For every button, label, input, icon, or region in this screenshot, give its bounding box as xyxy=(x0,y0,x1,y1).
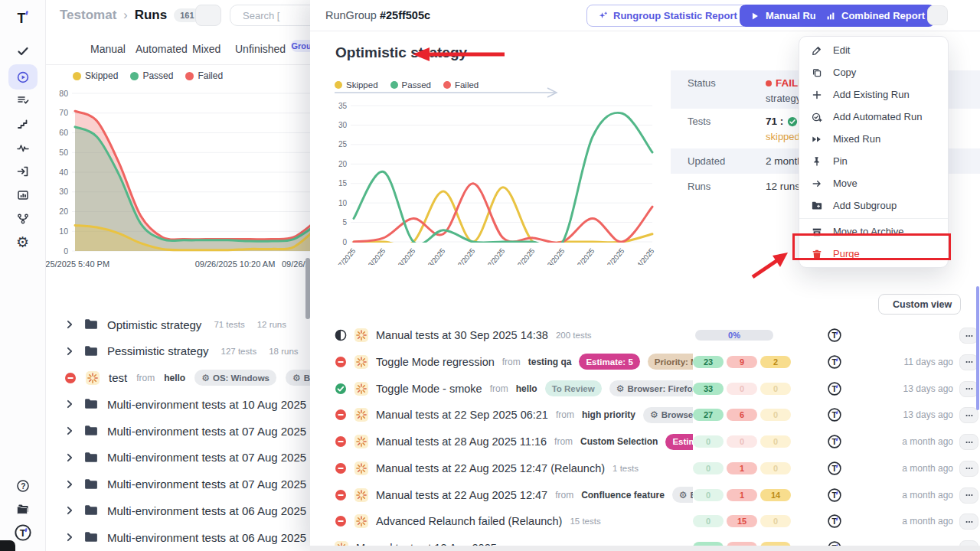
dots-icon xyxy=(965,491,974,500)
menu-item-mixed-run[interactable]: Mixed Run xyxy=(799,128,948,150)
check-circle-icon xyxy=(787,116,798,127)
run-row[interactable]: Manual tests at 30 Sep 2025 14:38200 tes… xyxy=(310,324,980,346)
run-group-row[interactable]: testfromhello⚙OS: Windows⚙Browser: Chrom… xyxy=(0,367,329,390)
run-more-button[interactable] xyxy=(959,407,978,423)
run-more-button[interactable] xyxy=(959,461,978,477)
svg-text:25: 25 xyxy=(338,140,348,148)
panel-more-button[interactable] xyxy=(927,5,948,25)
count-pill: 27 xyxy=(693,409,724,421)
menu-item-add-subgroup[interactable]: Add Subgroup xyxy=(799,194,948,217)
minus-circle-icon xyxy=(64,372,77,384)
chevron-right-icon[interactable] xyxy=(64,532,75,543)
run-row[interactable]: Manual tests at 22 Aug 2025 12:47fromCon… xyxy=(310,484,980,506)
sidebar-item-import[interactable] xyxy=(8,160,38,183)
menu-item-edit[interactable]: Edit xyxy=(799,39,948,61)
sidebar-item-list-check[interactable] xyxy=(8,89,38,112)
folder-plus-icon xyxy=(812,201,822,211)
tab-manual[interactable]: Manual xyxy=(90,43,126,55)
chevron-right-icon[interactable] xyxy=(64,505,75,516)
spinner-icon xyxy=(354,382,368,396)
svg-text:08/07/2025: 08/07/2025 xyxy=(328,246,358,265)
chevron-right-icon[interactable] xyxy=(64,399,75,409)
menu-item-label: Add Existing Run xyxy=(833,89,910,100)
menu-item-pin[interactable]: Pin xyxy=(799,150,948,172)
import-icon xyxy=(17,165,29,178)
chevron-right-icon[interactable] xyxy=(64,479,75,490)
run-more-button[interactable] xyxy=(959,434,978,450)
legend-dot xyxy=(130,72,139,80)
horizontal-scrollbar[interactable] xyxy=(310,546,980,551)
run-row[interactable]: Advanced Relaunch failed (Relaunch)15 te… xyxy=(310,510,980,532)
gear-icon: ⚙ xyxy=(650,410,658,419)
menu-item-copy[interactable]: Copy xyxy=(799,61,948,83)
panel-scrollbar[interactable] xyxy=(976,286,979,410)
svg-text:35: 35 xyxy=(338,102,348,110)
menu-item-label: Add Automated Run xyxy=(833,111,922,122)
run-group-row[interactable]: Optimistic strategy71 tests12 runs xyxy=(0,313,329,336)
tab-mixed[interactable]: Mixed xyxy=(192,43,220,55)
svg-text:10: 10 xyxy=(338,199,348,207)
sidebar-item-folders[interactable] xyxy=(8,498,38,521)
sidebar-item-pulse[interactable] xyxy=(8,136,38,159)
svg-text:20: 20 xyxy=(59,207,68,216)
left-rail: T⚙?T xyxy=(0,0,46,551)
run-time: 13 days ago xyxy=(858,409,953,420)
chevron-right-icon[interactable] xyxy=(64,346,75,357)
tab-automated[interactable]: Automated xyxy=(136,43,188,55)
menu-item-add-existing-run[interactable]: Add Existing Run xyxy=(799,83,948,106)
chevron-right-icon[interactable] xyxy=(64,425,75,436)
menu-item-move[interactable]: Move xyxy=(799,172,948,194)
run-status-failed-icon xyxy=(335,462,347,474)
sidebar-item-steps[interactable] xyxy=(8,112,38,135)
run-group-row[interactable]: Pessimistic strategy127 tests18 runs xyxy=(0,340,329,363)
run-group-row[interactable]: Multi-environment tests at 07 Aug 2025 1… xyxy=(0,419,329,442)
svg-text:T: T xyxy=(832,517,838,526)
run-title: Manual tests at 22 Aug 2025 12:47 (Relau… xyxy=(376,462,605,474)
run-group-row[interactable]: Multi-environment tests at 06 Aug 2025 1… xyxy=(0,499,329,522)
chart-legend: SkippedPassedFailed xyxy=(73,70,223,81)
svg-text:T: T xyxy=(832,437,838,446)
run-group-row[interactable]: Multi-environment tests at 07 Aug 2025 1… xyxy=(0,446,329,469)
run-more-button[interactable] xyxy=(959,514,978,530)
run-group-row[interactable]: Multi-environment tests at 07 Aug 2025 1… xyxy=(0,473,329,496)
chevron-right-icon[interactable] xyxy=(64,319,75,330)
sidebar-item-gear[interactable]: ⚙ xyxy=(8,231,38,254)
sidebar-item-help[interactable]: ? xyxy=(8,474,38,497)
run-badge: Estimate: 5 xyxy=(579,354,639,370)
run-status-failed-icon xyxy=(335,409,347,421)
testomat-avatar: T xyxy=(828,328,841,342)
tab-unfinished[interactable]: Unfinished xyxy=(235,43,286,55)
count-pill: 0 xyxy=(693,435,724,448)
svg-text:30: 30 xyxy=(338,121,348,129)
sidebar-item-report[interactable] xyxy=(8,184,38,207)
testomat-avatar: T xyxy=(828,514,841,528)
chevron-right-icon[interactable] xyxy=(64,452,75,463)
run-row[interactable]: Toggle Mode regressionfromtesting qaEsti… xyxy=(310,351,980,373)
run-row[interactable]: Manual tests at 22 Aug 2025 12:47 (Relau… xyxy=(310,458,980,479)
menu-item-add-automated-run[interactable]: Add Automated Run xyxy=(799,106,948,128)
count-pill: 0 xyxy=(727,435,757,448)
folders-icon xyxy=(16,503,30,517)
run-row[interactable]: Manual tests at 28 Aug 2025 11:16fromCus… xyxy=(310,431,980,452)
svg-text:80: 80 xyxy=(59,89,68,98)
group-name: Pessimistic strategy xyxy=(107,344,209,357)
combined-report-button[interactable]: Combined Report xyxy=(815,5,935,27)
run-row[interactable]: Manual tests at 22 Sep 2025 06:21fromhig… xyxy=(310,404,980,425)
custom-view-button[interactable]: Custom view xyxy=(878,294,961,315)
filter-button[interactable] xyxy=(195,5,221,26)
run-group-row[interactable]: Multi-environment tests at 06 Aug 2025 1… xyxy=(0,526,329,549)
dots-icon xyxy=(965,517,974,527)
scroll-hint-arrow xyxy=(335,86,564,99)
sidebar-item-branch[interactable] xyxy=(8,207,38,230)
sidebar-item-play-circle[interactable] xyxy=(8,64,38,90)
rungroup-statistic-report-button[interactable]: Rungroup Statistic Report xyxy=(586,5,748,27)
breadcrumb-app[interactable]: Testomat xyxy=(60,8,116,23)
sparkles-icon xyxy=(597,11,608,21)
run-more-button[interactable] xyxy=(959,487,978,504)
folder-icon xyxy=(84,318,98,331)
sidebar-item-logo[interactable]: T xyxy=(8,6,38,29)
sidebar-item-check[interactable] xyxy=(8,40,38,63)
run-row[interactable]: Toggle Mode - smokefromhelloTo Review⚙Br… xyxy=(310,378,980,399)
testomat-avatar: T xyxy=(828,355,841,369)
run-group-row[interactable]: Multi-environment tests at 10 Aug 2025 1… xyxy=(0,393,329,416)
